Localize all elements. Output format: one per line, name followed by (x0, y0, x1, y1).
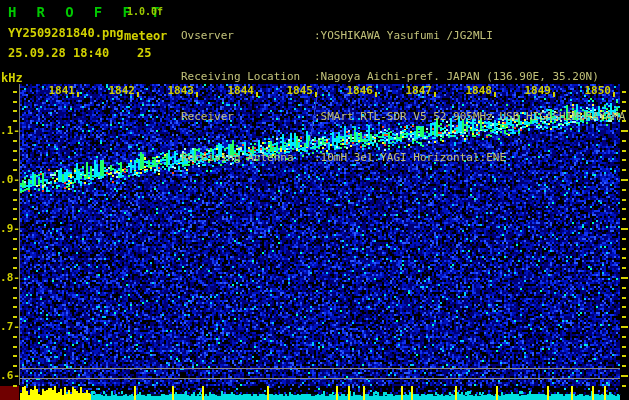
mode-label: meteor (124, 29, 167, 43)
app-version: 1.0.0f (127, 6, 163, 17)
station-row-receiver: Receiver :SMArt RTL-SDR V5 52.905MHz USB… (181, 110, 625, 124)
time-tick-label: 1848 (462, 84, 492, 97)
hrofft-window: H R O F F T 1.0.0f YY2509281840.png mete… (0, 0, 629, 400)
station-value: :10mH 3el.YAGI Horizontal:ENE (314, 151, 506, 165)
khz-axis-unit: kHz (1, 71, 23, 85)
station-row-antenna: Receiving Antenna :10mH 3el.YAGI Horizon… (181, 151, 625, 165)
freq-tick-label: 0.9- (0, 222, 20, 235)
station-row-location: Receiving Location :Nagoya Aichi-pref. J… (181, 70, 625, 84)
station-value: :YOSHIKAWA Yasufumi /JG2MLI (314, 29, 493, 43)
freq-tick-label: 1.0- (0, 173, 20, 186)
time-tick-label: 1849 (521, 84, 551, 97)
station-value: :Nagoya Aichi-pref. JAPAN (136.90E, 35.2… (314, 70, 599, 84)
station-label: Receiver (181, 110, 314, 124)
station-value: :SMArt RTL-SDR V5 52.905MHz USB HIGASHIM… (314, 110, 625, 124)
time-tick-label: 1850 (581, 84, 611, 97)
output-filename: YY2509281840.png (8, 26, 124, 40)
time-tick-label: 1844 (224, 84, 254, 97)
freq-tick-label: 0.7- (0, 320, 20, 333)
time-tick-label: 1842 (105, 84, 135, 97)
time-tick-label: 1843 (164, 84, 194, 97)
freq-tick-label: 0.8- (0, 271, 20, 284)
station-label: Receiving Location (181, 70, 314, 84)
meteor-count: 25 (137, 46, 151, 60)
freq-tick-label: 1.1- (0, 124, 20, 137)
station-label: Ovserver (181, 29, 314, 43)
station-row-observer: Ovserver :YOSHIKAWA Yasufumi /JG2MLI (181, 29, 625, 43)
time-tick-label: 1847 (402, 84, 432, 97)
station-label: Receiving Antenna (181, 151, 314, 165)
time-tick-label: 1846 (343, 84, 373, 97)
time-tick-label: 1845 (283, 84, 313, 97)
freq-tick-label: 0.6- (0, 369, 20, 382)
datetime-label: 25.09.28 18:40 (8, 46, 109, 60)
time-tick-label: 1841 (45, 84, 75, 97)
